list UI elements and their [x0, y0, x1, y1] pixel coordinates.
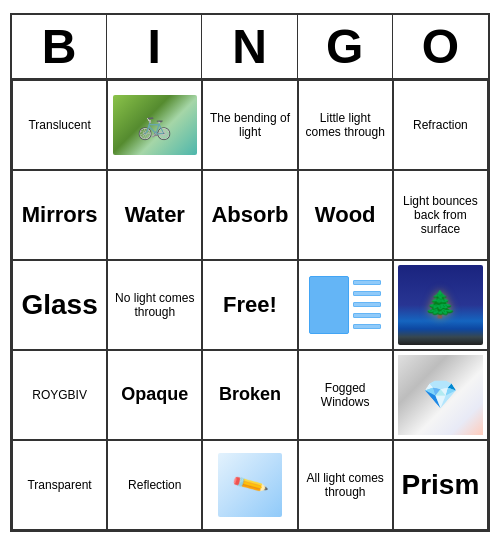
cell-text: All light comes through — [303, 471, 388, 499]
blind-image — [309, 276, 381, 334]
bingo-cell-r4c0: Transparent — [12, 440, 107, 530]
cell-text: Transparent — [27, 478, 91, 492]
bikes-image — [113, 95, 197, 155]
bingo-cell-r0c0: Translucent — [12, 80, 107, 170]
cell-text: Reflection — [128, 478, 181, 492]
cell-text: Wood — [315, 202, 376, 228]
cell-text: ROYGBIV — [32, 388, 87, 402]
bingo-cell-r4c2 — [202, 440, 297, 530]
bingo-cell-r0c1 — [107, 80, 202, 170]
bingo-cell-r0c4: Refraction — [393, 80, 488, 170]
bingo-cell-r2c1: No light comes through — [107, 260, 202, 350]
bingo-cell-r2c2: Free! — [202, 260, 297, 350]
bingo-grid: TranslucentThe bending of lightLittle li… — [12, 80, 488, 530]
bingo-cell-r3c1: Opaque — [107, 350, 202, 440]
bingo-letter: N — [202, 15, 297, 78]
bingo-cell-r4c3: All light comes through — [298, 440, 393, 530]
tree-image — [398, 265, 483, 345]
bingo-cell-r3c4: 💎 — [393, 350, 488, 440]
bingo-cell-r2c0: Glass — [12, 260, 107, 350]
free-text: Free! — [223, 292, 277, 318]
cell-text: Mirrors — [22, 202, 98, 228]
bingo-cell-r3c3: Fogged Windows — [298, 350, 393, 440]
cell-text: Little light comes through — [303, 111, 388, 139]
bingo-cell-r1c3: Wood — [298, 170, 393, 260]
glass-pencil-image — [218, 453, 282, 517]
bingo-cell-r1c1: Water — [107, 170, 202, 260]
cell-text: Absorb — [211, 202, 288, 228]
bingo-cell-r1c2: Absorb — [202, 170, 297, 260]
bingo-letter: G — [298, 15, 393, 78]
cell-text: The bending of light — [207, 111, 292, 139]
bingo-cell-r1c4: Light bounces back from surface — [393, 170, 488, 260]
bingo-letter: O — [393, 15, 488, 78]
cell-text: Prism — [401, 469, 479, 501]
cell-text: Glass — [21, 289, 97, 321]
bingo-cell-r2c3 — [298, 260, 393, 350]
cell-text: Opaque — [121, 384, 188, 405]
cell-text: Fogged Windows — [303, 381, 388, 409]
bingo-cell-r2c4 — [393, 260, 488, 350]
bingo-cell-r4c4: Prism — [393, 440, 488, 530]
bingo-header: BINGO — [12, 15, 488, 80]
bingo-letter: B — [12, 15, 107, 78]
bingo-letter: I — [107, 15, 202, 78]
prism-hand-image: 💎 — [398, 355, 483, 435]
cell-text: No light comes through — [112, 291, 197, 319]
cell-text: Refraction — [413, 118, 468, 132]
bingo-card: BINGO TranslucentThe bending of lightLit… — [10, 13, 490, 532]
bingo-cell-r3c0: ROYGBIV — [12, 350, 107, 440]
bingo-cell-r0c2: The bending of light — [202, 80, 297, 170]
cell-text: Water — [125, 202, 185, 228]
cell-text: Broken — [219, 384, 281, 405]
cell-text: Light bounces back from surface — [398, 194, 483, 236]
bingo-cell-r4c1: Reflection — [107, 440, 202, 530]
bingo-cell-r0c3: Little light comes through — [298, 80, 393, 170]
bingo-cell-r1c0: Mirrors — [12, 170, 107, 260]
bingo-cell-r3c2: Broken — [202, 350, 297, 440]
cell-text: Translucent — [28, 118, 90, 132]
